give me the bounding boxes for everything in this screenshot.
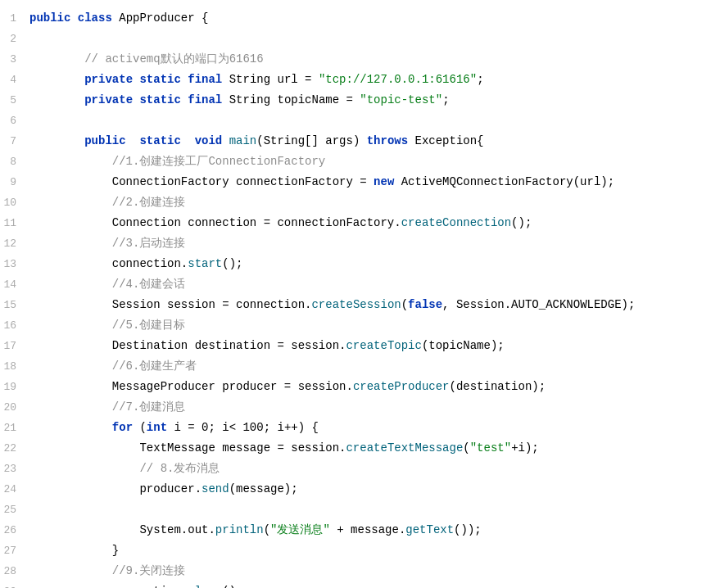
- table-row: 4 private static final String url = "tcp…: [0, 70, 720, 90]
- table-row: 26 System.out.println("发送消息" + message.g…: [0, 520, 720, 541]
- line-number: 1: [0, 9, 29, 29]
- table-row: 9 ConnectionFactory connectionFactory = …: [0, 172, 720, 192]
- code-token: int: [147, 421, 174, 434]
- code-content: producer.send(message);: [29, 479, 707, 499]
- code-token: (: [401, 298, 408, 311]
- line-number: 8: [0, 152, 29, 172]
- code-content: public static void main(String[] args) t…: [29, 131, 707, 151]
- code-token: (: [139, 421, 146, 434]
- line-number: 14: [0, 275, 29, 295]
- code-content: Session session = connection.createSessi…: [29, 295, 707, 314]
- code-token: TextMessage message = session.: [29, 441, 346, 455]
- table-row: 27 }: [0, 541, 720, 561]
- line-number: 15: [0, 296, 29, 315]
- table-row: 13 connection.start();: [0, 254, 720, 274]
- code-token: connection.: [29, 585, 188, 588]
- line-number: 3: [0, 50, 29, 70]
- line-number: 28: [0, 562, 29, 581]
- line-number: 18: [0, 357, 29, 377]
- code-token: public static void: [84, 134, 229, 147]
- code-token: final: [188, 93, 229, 106]
- code-content: //5.创建目标: [29, 315, 707, 335]
- table-row: 7 public static void main(String[] args)…: [0, 131, 720, 152]
- line-number: 22: [0, 439, 29, 459]
- code-token: [29, 93, 84, 106]
- code-content: TextMessage message = session.createText…: [29, 438, 707, 458]
- code-token: System.out.: [29, 523, 215, 536]
- code-token: String topicName =: [229, 93, 360, 106]
- table-row: 22 TextMessage message = session.createT…: [0, 438, 720, 459]
- line-number: 26: [0, 521, 29, 541]
- code-token: getText: [405, 523, 454, 536]
- code-token: public: [29, 11, 78, 25]
- code-token: (topicName);: [422, 339, 505, 352]
- code-token: }: [29, 544, 119, 557]
- code-token: Connection connection = connectionFactor…: [29, 216, 401, 229]
- table-row: 20 //7.创建消息: [0, 397, 720, 418]
- line-number: 27: [0, 541, 29, 561]
- code-token: throws: [367, 134, 408, 147]
- code-token: Session session = connection.: [29, 298, 311, 311]
- line-number: 9: [0, 173, 29, 192]
- code-token: "发送消息": [270, 523, 330, 536]
- line-number: 7: [0, 132, 29, 152]
- line-number: 23: [0, 459, 29, 479]
- code-content: for (int i = 0; i< 100; i++) {: [29, 418, 707, 437]
- table-row: 23 // 8.发布消息: [0, 459, 720, 479]
- code-token: private: [84, 73, 139, 86]
- code-token: new: [374, 175, 401, 188]
- code-content: //2.创建连接: [29, 192, 707, 212]
- code-token: Destination destination = session.: [29, 339, 346, 352]
- code-token: false: [408, 298, 442, 311]
- code-content: [29, 111, 707, 130]
- code-token: //2.创建连接: [29, 196, 185, 209]
- code-token: //5.创建目标: [29, 319, 185, 332]
- code-content: Destination destination = session.create…: [29, 336, 707, 355]
- table-row: 25: [0, 500, 720, 520]
- line-number: 13: [0, 255, 29, 274]
- code-token: for: [112, 421, 140, 434]
- code-token: [29, 421, 112, 434]
- table-row: 19 MessageProducer producer = session.cr…: [0, 377, 720, 397]
- code-token: private: [84, 93, 139, 106]
- code-content: System.out.println("发送消息" + message.getT…: [29, 520, 707, 540]
- code-token: final: [188, 73, 229, 86]
- code-content: public class AppProducer {: [29, 8, 707, 28]
- code-token: Exception{: [408, 134, 483, 147]
- code-token: (destination);: [450, 380, 546, 393]
- table-row: 5 private static final String topicName …: [0, 90, 720, 111]
- code-content: //4.创建会话: [29, 274, 707, 294]
- code-token: (String[] args): [256, 134, 366, 147]
- code-token: + message.: [330, 523, 405, 536]
- code-content: ConnectionFactory connectionFactory = ne…: [29, 172, 707, 192]
- code-token: ;: [442, 93, 449, 106]
- code-token: "tcp://127.0.0.1:61616": [319, 73, 477, 86]
- code-token: connection.: [29, 257, 188, 270]
- code-token: createTopic: [346, 339, 421, 352]
- line-number: 5: [0, 91, 29, 111]
- code-token: //1.创建连接工厂ConnectionFactory: [29, 155, 325, 168]
- table-row: 24 producer.send(message);: [0, 479, 720, 500]
- code-token: , Session.AUTO_ACKNOWLEDGE);: [442, 298, 635, 311]
- code-token: start: [188, 257, 222, 270]
- table-row: 8 //1.创建连接工厂ConnectionFactory: [0, 152, 720, 172]
- code-content: // 8.发布消息: [29, 459, 707, 478]
- table-row: 12 //3.启动连接: [0, 233, 720, 254]
- table-row: 1public class AppProducer {: [0, 8, 720, 29]
- table-row: 3 // activemq默认的端口为61616: [0, 49, 720, 70]
- line-number: 25: [0, 500, 29, 520]
- code-token: ;: [477, 73, 483, 86]
- table-row: 21 for (int i = 0; i< 100; i++) {: [0, 418, 720, 438]
- code-content: //3.启动连接: [29, 233, 707, 253]
- table-row: 11 Connection connection = connectionFac…: [0, 213, 720, 233]
- code-token: // activemq默认的端口为61616: [29, 52, 264, 66]
- code-content: //6.创建生产者: [29, 356, 707, 376]
- line-number: 11: [0, 214, 29, 233]
- code-content: [29, 29, 707, 48]
- line-number: 2: [0, 29, 29, 49]
- code-content: private static final String topicName = …: [29, 90, 707, 110]
- code-token: static: [139, 73, 188, 86]
- table-row: 28 //9.关闭连接: [0, 561, 720, 581]
- code-token: createSession: [311, 298, 401, 311]
- code-token: class: [78, 11, 119, 25]
